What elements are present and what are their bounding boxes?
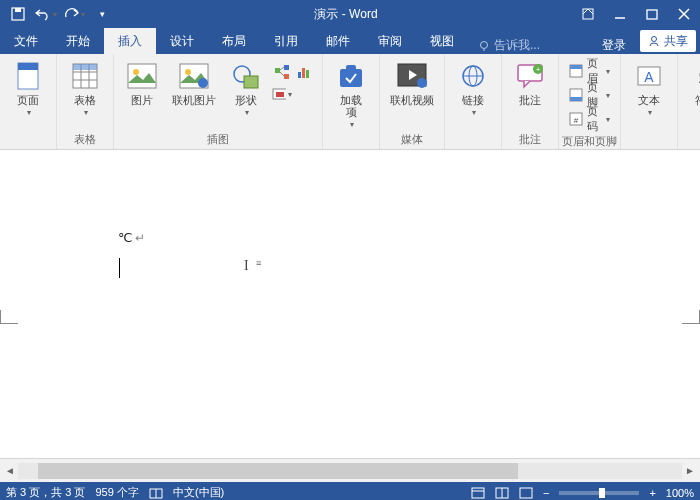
tab-references[interactable]: 引用 (260, 28, 312, 54)
svg-rect-34 (276, 92, 284, 97)
paragraph-mark-icon: ↵ (135, 231, 145, 245)
scroll-left-button[interactable]: ◄ (2, 463, 18, 479)
group-label-comments: 批注 (502, 132, 558, 149)
ribbon: 页面 ▾ 表格 ▾ 表格 图片 联机图片 (0, 54, 700, 150)
group-symbols: Ω 符号 ▾ (678, 54, 700, 149)
addins-button[interactable]: 加载 项 ▾ (329, 58, 373, 131)
smartart-button[interactable] (272, 62, 292, 82)
undo-button[interactable]: ▾ (34, 2, 58, 26)
tab-view[interactable]: 视图 (416, 28, 468, 54)
footer-icon (569, 87, 583, 103)
tab-insert[interactable]: 插入 (104, 28, 156, 54)
scroll-right-button[interactable]: ► (682, 463, 698, 479)
addin-label: 加载 项 (340, 94, 362, 118)
horizontal-scrollbar-area: ◄ ► (0, 458, 700, 482)
save-button[interactable] (6, 2, 30, 26)
ibeam-cursor-icon: I (244, 258, 249, 274)
svg-rect-36 (346, 65, 356, 73)
footer-button[interactable]: 页脚▾ (565, 84, 614, 106)
online-video-button[interactable]: 联机视频 (386, 58, 438, 108)
group-pages: 页面 ▾ (0, 54, 57, 149)
zoom-in-button[interactable]: + (649, 487, 655, 499)
illustration-small-buttons: ▾ (272, 58, 316, 104)
header-button[interactable]: 页眉▾ (565, 60, 614, 82)
scrollbar-thumb[interactable] (38, 463, 518, 479)
horizontal-scrollbar[interactable]: ◄ ► (18, 463, 682, 479)
status-spellcheck[interactable] (149, 487, 163, 499)
signin-button[interactable]: 登录 (592, 37, 636, 54)
chevron-down-icon: ▾ (472, 108, 476, 117)
screenshot-button[interactable]: ▾ (272, 84, 292, 104)
chevron-down-icon: ▾ (648, 108, 652, 117)
group-label-illustrations: 插图 (114, 132, 322, 149)
zoom-slider[interactable] (559, 491, 639, 495)
tab-home[interactable]: 开始 (52, 28, 104, 54)
tab-design[interactable]: 设计 (156, 28, 208, 54)
title-bar: ▾ ▾ ▾ 演示 - Word (0, 0, 700, 28)
book-icon (149, 487, 163, 499)
text-cursor (119, 258, 120, 278)
quick-access-toolbar: ▾ ▾ ▾ (0, 2, 120, 26)
zoom-slider-thumb[interactable] (599, 488, 605, 498)
svg-rect-17 (73, 64, 97, 70)
group-label-headerfooter: 页眉和页脚 (559, 134, 620, 151)
maximize-button[interactable] (636, 0, 668, 28)
chevron-down-icon: ▾ (606, 91, 610, 100)
share-icon (648, 35, 660, 47)
table-button[interactable]: 表格 ▾ (63, 58, 107, 119)
svg-rect-1 (15, 8, 21, 12)
textbox-icon: A (633, 60, 665, 92)
tab-review[interactable]: 审阅 (364, 28, 416, 54)
comment-button[interactable]: + 批注 (508, 58, 552, 108)
view-read-mode[interactable] (495, 487, 509, 499)
status-wordcount[interactable]: 959 个字 (95, 485, 138, 500)
symbol-button[interactable]: Ω 符号 ▾ (684, 58, 700, 119)
picture-button[interactable]: 图片 (120, 58, 164, 108)
redo-button[interactable]: ▾ (62, 2, 86, 26)
text-content: ℃ (118, 230, 133, 245)
tab-layout[interactable]: 布局 (208, 28, 260, 54)
svg-rect-11 (18, 63, 38, 70)
document-area[interactable] (0, 150, 700, 458)
shapes-label: 形状 (235, 94, 257, 106)
chevron-down-icon: ▾ (606, 67, 610, 76)
page-number-button[interactable]: #页码▾ (565, 108, 614, 130)
chevron-down-icon: ▾ (27, 108, 31, 117)
shapes-button[interactable]: 形状 ▾ (224, 58, 268, 119)
svg-rect-24 (244, 76, 258, 88)
symbol-label: 符号 (695, 94, 700, 106)
share-button[interactable]: 共享 (640, 30, 696, 52)
link-button[interactable]: 链接 ▾ (451, 58, 495, 119)
online-picture-icon (178, 60, 210, 92)
table-label: 表格 (74, 94, 96, 106)
view-print-layout[interactable] (471, 487, 485, 499)
status-bar: 第 3 页，共 3 页 959 个字 中文(中国) − + 100% (0, 482, 700, 500)
status-language[interactable]: 中文(中国) (173, 485, 224, 500)
zoom-level[interactable]: 100% (666, 487, 694, 499)
minimize-button[interactable] (604, 0, 636, 28)
tab-file[interactable]: 文件 (0, 28, 52, 54)
chart-button[interactable] (294, 62, 314, 82)
chevron-down-icon: ▾ (245, 108, 249, 117)
online-picture-label: 联机图片 (172, 94, 216, 106)
tab-mailings[interactable]: 邮件 (312, 28, 364, 54)
chevron-down-icon: ▾ (350, 120, 354, 129)
textbox-button[interactable]: A 文本 ▾ (627, 58, 671, 119)
video-icon (396, 60, 428, 92)
view-web-layout[interactable] (519, 487, 533, 499)
svg-rect-47 (570, 65, 582, 69)
ribbon-options-button[interactable] (572, 0, 604, 28)
tell-me-box[interactable]: 告诉我... (468, 37, 550, 54)
close-button[interactable] (668, 0, 700, 28)
link-label: 链接 (462, 94, 484, 106)
cursor-marks: ≡ (256, 258, 261, 268)
svg-rect-57 (472, 488, 484, 498)
status-page[interactable]: 第 3 页，共 3 页 (6, 485, 85, 500)
textbox-label: 文本 (638, 94, 660, 106)
group-header-footer: 页眉▾ 页脚▾ #页码▾ 页眉和页脚 (559, 54, 621, 149)
qat-customize-button[interactable]: ▾ (90, 2, 114, 26)
cover-page-button[interactable]: 页面 ▾ (6, 58, 50, 119)
document-text[interactable]: ℃↵ (118, 230, 145, 245)
online-picture-button[interactable]: 联机图片 (168, 58, 220, 108)
zoom-out-button[interactable]: − (543, 487, 549, 499)
